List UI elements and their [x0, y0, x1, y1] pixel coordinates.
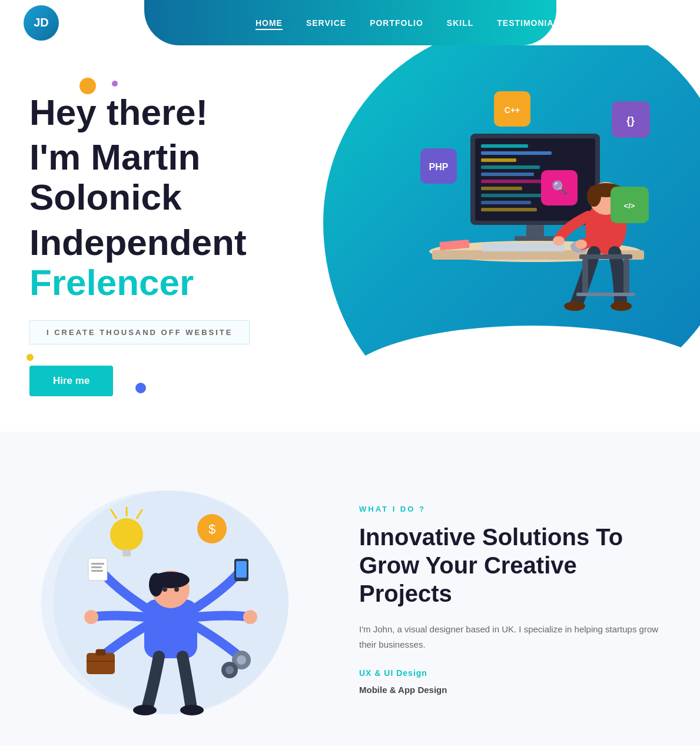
hero-greeting: Hey there!: [29, 92, 300, 132]
about-heading: Innovative Solutions To Grow Your Creati…: [359, 523, 671, 608]
svg-rect-12: [526, 225, 544, 237]
hero-content: Hey there! I'm Martin Solonick Independe…: [0, 45, 330, 432]
svg-point-77: [180, 705, 204, 715]
nav-link-contact[interactable]: CONTACT: [633, 18, 676, 28]
hero-role-prefix: Independent: [29, 222, 247, 263]
svg-text:C++: C++: [505, 105, 520, 115]
skill-item-mobile: Mobile & App Design: [359, 685, 671, 695]
nav-item-skill[interactable]: SKILL: [447, 18, 473, 28]
svg-point-56: [174, 587, 179, 592]
about-description: I'm John, a visual designer based in UK.…: [359, 622, 671, 652]
svg-rect-68: [91, 570, 103, 572]
svg-point-25: [553, 236, 565, 246]
multitask-svg: $: [29, 479, 324, 732]
nav-link-service[interactable]: SERVICE: [306, 18, 346, 28]
figure-container: $: [29, 479, 324, 726]
hero-section: Hey there! I'm Martin Solonick Independe…: [0, 45, 700, 432]
svg-rect-4: [481, 158, 516, 162]
svg-rect-29: [579, 254, 632, 259]
svg-point-75: [225, 666, 234, 674]
svg-rect-6: [481, 173, 534, 176]
navbar: JD HOME SERVICE PORTFOLIO SKILL TESTIMON…: [0, 0, 700, 45]
svg-text:🔍: 🔍: [552, 180, 568, 195]
svg-rect-16: [482, 243, 565, 251]
hero-tagline: I CREATE THOUSAND OFF WEBSITE: [29, 320, 250, 344]
logo[interactable]: JD: [24, 5, 59, 41]
about-illustration: $: [29, 479, 324, 726]
svg-rect-31: [623, 259, 629, 294]
svg-rect-32: [576, 293, 635, 296]
svg-rect-7: [481, 180, 546, 183]
nav-item-testimonial[interactable]: TESTIMONIAL: [497, 18, 559, 28]
svg-rect-11: [481, 208, 537, 211]
svg-rect-45: [122, 549, 131, 556]
nav-item-contact[interactable]: CONTACT: [633, 18, 676, 28]
about-text: WHAT I DO ? Innovative Solutions To Grow…: [359, 505, 671, 699]
svg-rect-65: [88, 558, 107, 581]
svg-rect-2: [481, 144, 528, 148]
nav-link-home[interactable]: HOME: [256, 18, 283, 30]
nav-link-skill[interactable]: SKILL: [447, 18, 473, 28]
hero-illustration: PHP C++ 🔍 {} </>: [376, 57, 682, 399]
svg-point-26: [575, 240, 587, 249]
svg-text:$: $: [208, 522, 215, 536]
nav-item-blog[interactable]: BLOG: [583, 18, 609, 28]
svg-text:{}: {}: [626, 115, 635, 127]
svg-rect-66: [91, 563, 104, 565]
svg-rect-3: [481, 151, 552, 155]
svg-point-54: [149, 573, 163, 596]
nav-item-portfolio[interactable]: PORTFOLIO: [370, 18, 423, 28]
svg-point-24: [587, 185, 601, 207]
desk-scene-svg: PHP C++ 🔍 {} </>: [376, 57, 682, 399]
svg-point-76: [133, 705, 157, 715]
hero-role: Independent Frelencer: [29, 223, 300, 303]
svg-point-27: [564, 301, 585, 311]
nav-links: HOME SERVICE PORTFOLIO SKILL TESTIMONIAL…: [256, 18, 676, 28]
svg-rect-70: [96, 649, 105, 655]
svg-rect-69: [87, 653, 115, 674]
svg-point-55: [162, 587, 167, 592]
svg-point-58: [84, 610, 98, 624]
hero-name: I'm Martin Solonick: [29, 137, 300, 217]
nav-link-portfolio[interactable]: PORTFOLIO: [370, 18, 423, 28]
skill-link-ux[interactable]: UX & UI Design: [359, 668, 671, 678]
svg-rect-30: [582, 259, 588, 294]
svg-point-44: [110, 518, 143, 551]
svg-rect-67: [91, 566, 102, 568]
svg-text:</>: </>: [624, 201, 635, 210]
about-label: WHAT I DO ?: [359, 505, 671, 513]
svg-rect-5: [481, 165, 540, 169]
svg-text:PHP: PHP: [429, 162, 449, 172]
hire-me-button[interactable]: Hire me: [29, 366, 113, 396]
nav-item-service[interactable]: SERVICE: [306, 18, 346, 28]
hero-role-accent: Frelencer: [29, 262, 194, 303]
svg-point-28: [611, 301, 632, 311]
nav-link-testimonial[interactable]: TESTIMONIAL: [497, 18, 559, 28]
about-section: $: [0, 432, 700, 746]
nav-link-blog[interactable]: BLOG: [583, 18, 609, 28]
svg-point-73: [237, 655, 246, 665]
svg-point-61: [243, 610, 257, 624]
svg-rect-8: [481, 187, 522, 190]
svg-rect-13: [515, 236, 556, 241]
nav-item-home[interactable]: HOME: [256, 18, 283, 28]
svg-rect-64: [236, 561, 247, 578]
svg-rect-10: [481, 201, 531, 204]
